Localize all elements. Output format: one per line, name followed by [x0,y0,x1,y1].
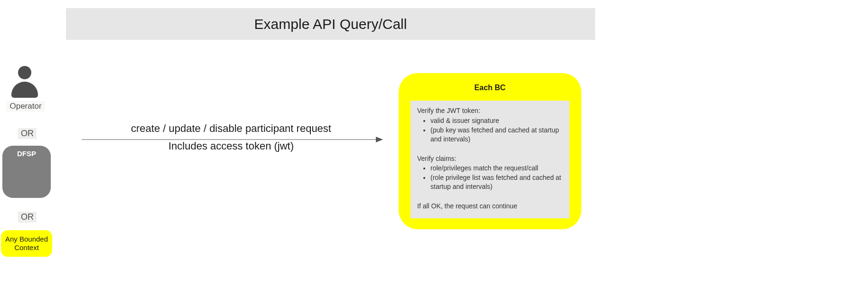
list-item: (role privilege list was fetched and cac… [430,173,563,191]
title-bar: Example API Query/Call [66,8,595,40]
list-item: valid & issuer signature [430,116,563,125]
verify-token-list: valid & issuer signature (pub key was fe… [417,116,563,144]
dfsp-box: DFSP [2,146,51,198]
or-separator-1: OR [18,128,37,139]
list-item: role/privileges match the request/call [430,164,563,173]
or-separator-2: OR [18,212,37,223]
arrow-label-top: create / update / disable participant re… [82,122,381,135]
verify-claims-heading: Verify claims: [417,154,563,163]
any-bounded-context-box: Any Bounded Context [1,230,52,257]
each-bc-title: Each BC [411,84,569,92]
arrow-label-bottom: Includes access token (jwt) [82,140,381,152]
operator-icon [10,66,39,99]
operator-label: Operator [7,101,45,112]
dfsp-label: DFSP [17,150,36,158]
verify-claims-list: role/privileges match the request/call (… [417,164,563,191]
bc-footer-text: If all OK, the request can continue [417,202,563,211]
list-item: (pub key was fetched and cached at start… [430,126,563,144]
each-bc-body: Verify the JWT token: valid & issuer sig… [411,101,569,218]
verify-token-heading: Verify the JWT token: [417,106,563,115]
any-bounded-context-label: Any Bounded Context [1,235,52,252]
diagram-title: Example API Query/Call [254,16,407,32]
each-bc-box: Each BC Verify the JWT token: valid & is… [399,73,581,229]
